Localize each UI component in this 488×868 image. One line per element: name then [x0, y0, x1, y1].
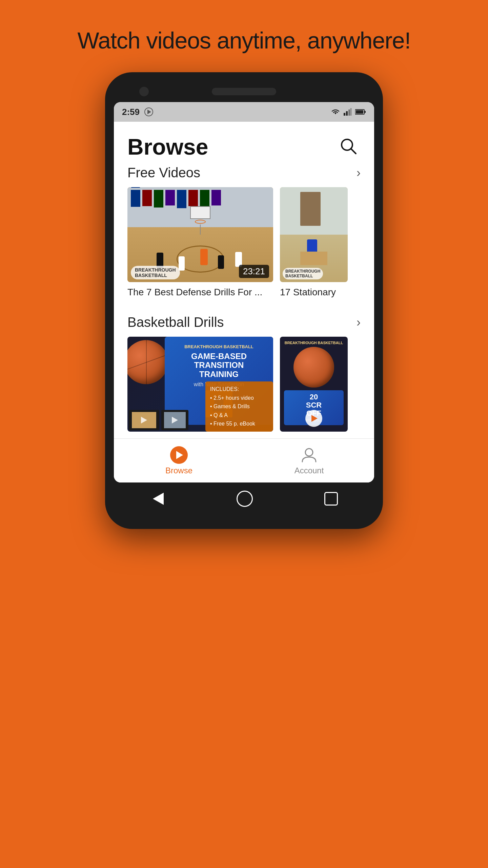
svg-rect-1 — [346, 111, 348, 116]
video-title-stationary: 17 Stationary — [280, 287, 348, 298]
drills-card-side[interactable]: BREAKTHROUGH BASKETBALL 20SCROFF with Do… — [280, 337, 348, 432]
search-button[interactable] — [337, 135, 361, 159]
free-videos-arrow[interactable]: › — [357, 166, 361, 180]
back-button[interactable] — [148, 490, 168, 507]
search-icon — [340, 137, 358, 156]
browse-play-icon — [170, 446, 188, 464]
bottom-nav-browse[interactable]: Browse — [114, 439, 244, 482]
signal-icon — [344, 108, 352, 116]
back-arrow-icon — [153, 493, 164, 505]
video-thumb-stationary: BREAKTHROUGHBASKETBALL — [280, 187, 348, 282]
phone-camera — [139, 87, 149, 96]
phone-shell: 2:59 — [105, 72, 383, 529]
top-nav: Browse — [114, 122, 374, 165]
browse-nav-label: Browse — [165, 466, 192, 475]
svg-rect-0 — [344, 113, 345, 116]
free-videos-section: Free Videos › — [114, 165, 374, 304]
drills-card-main[interactable]: BREAKTHROUGH BASKETBALL GAME-BASEDTRANSI… — [127, 337, 273, 432]
drills-videos-row: BREAKTHROUGH BASKETBALL GAME-BASEDTRANSI… — [127, 337, 361, 432]
video-duration-badge: 23:21 — [239, 265, 269, 278]
video-card-defense[interactable]: BREAKTHROUGHBASKETBALL 23:21 The 7 Best … — [127, 187, 273, 298]
bottom-nav-account[interactable]: Account — [244, 439, 374, 482]
basketball-drills-section: Basketball Drills › — [114, 315, 374, 438]
phone-bottom-nav — [114, 482, 374, 510]
svg-rect-6 — [356, 110, 363, 114]
browse-title: Browse — [127, 134, 208, 160]
phone-speaker — [212, 88, 276, 95]
basketball-drills-arrow[interactable]: › — [357, 315, 361, 330]
video-card-stationary[interactable]: BREAKTHROUGHBASKETBALL 17 Stationary — [280, 187, 348, 298]
recents-square-icon — [324, 492, 338, 506]
svg-point-9 — [305, 449, 313, 456]
status-bar: 2:59 — [114, 102, 374, 122]
drills-thumb-main: BREAKTHROUGH BASKETBALL GAME-BASEDTRANSI… — [127, 337, 273, 432]
basketball-drills-header[interactable]: Basketball Drills › — [127, 315, 361, 330]
drills-thumb-side: BREAKTHROUGH BASKETBALL 20SCROFF with Do… — [280, 337, 348, 432]
svg-rect-2 — [348, 110, 350, 116]
video-thumb-defense: BREAKTHROUGHBASKETBALL 23:21 — [127, 187, 273, 282]
battery-icon — [355, 109, 366, 115]
svg-rect-3 — [350, 108, 352, 116]
svg-line-8 — [351, 149, 356, 154]
free-videos-header[interactable]: Free Videos › — [127, 165, 361, 180]
page-headline: Watch videos anytime, anywhere! — [77, 27, 410, 54]
home-button[interactable] — [237, 490, 254, 508]
wifi-icon — [331, 108, 340, 116]
svg-rect-5 — [364, 111, 366, 113]
phone-screen: 2:59 — [114, 102, 374, 482]
account-nav-label: Account — [294, 466, 324, 475]
video-title-defense: The 7 Best Defense Drills For ... — [127, 287, 273, 298]
app-content: Browse Free Videos › — [114, 122, 374, 438]
phone-top — [114, 85, 374, 102]
bottom-nav: Browse Account — [114, 438, 374, 482]
free-videos-title: Free Videos — [127, 165, 200, 180]
media-icon — [144, 107, 153, 116]
recents-button[interactable] — [322, 490, 340, 508]
account-person-icon — [300, 446, 318, 464]
home-circle-icon — [237, 491, 253, 507]
free-videos-row: BREAKTHROUGHBASKETBALL 23:21 The 7 Best … — [127, 187, 361, 298]
basketball-drills-title: Basketball Drills — [127, 315, 224, 330]
status-time: 2:59 — [122, 107, 140, 117]
